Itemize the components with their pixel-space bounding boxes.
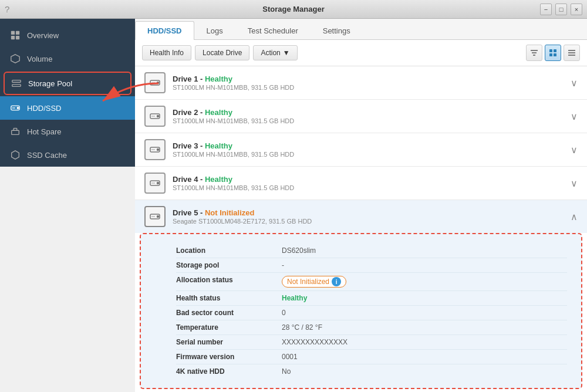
- tab-logs[interactable]: Logs: [194, 21, 235, 40]
- drive-row-3: Drive 3 - Healthy ST1000LM HN-M101MBB, 9…: [135, 133, 587, 167]
- svg-rect-10: [12, 130, 19, 134]
- detail-allocation-status: Allocation status Not Initialized i: [176, 273, 567, 291]
- sidebar-item-storage-pool[interactable]: Storage Pool: [4, 72, 131, 95]
- maximize-button[interactable]: □: [555, 4, 567, 15]
- detail-storage-pool: Storage pool -: [176, 258, 567, 273]
- sidebar-ssd-cache-label: SSD Cache: [27, 151, 67, 160]
- drive-1-chevron[interactable]: ∨: [571, 77, 578, 89]
- sidebar-overview-label: Overview: [27, 31, 59, 40]
- drive-4-icon: [144, 173, 166, 194]
- sidebar-volume-label: Volume: [27, 55, 52, 63]
- close-button[interactable]: ×: [571, 4, 582, 15]
- toolbar: Health Info Locate Drive Action ▼: [135, 40, 587, 66]
- drive-4-info: Drive 4 - Healthy ST1000LM HN-M101MBB, 9…: [173, 175, 564, 191]
- svg-rect-21: [554, 53, 556, 56]
- drive-2-icon: [144, 106, 166, 127]
- minimize-button[interactable]: −: [540, 4, 552, 15]
- svg-point-29: [157, 116, 159, 117]
- drive-2-chevron[interactable]: ∨: [571, 111, 578, 122]
- grid-view-button[interactable]: [545, 45, 561, 61]
- sidebar-item-overview[interactable]: Overview: [0, 23, 135, 47]
- locate-drive-button[interactable]: Locate Drive: [195, 45, 249, 60]
- health-info-button[interactable]: Health Info: [142, 45, 191, 60]
- drive-5-icon: [144, 206, 166, 227]
- drive-row-2: Drive 2 - Healthy ST1000LM HN-M101MBB, 9…: [135, 100, 587, 133]
- drive-row-4: Drive 4 - Healthy ST1000LM HN-M101MBB, 9…: [135, 167, 587, 200]
- svg-point-35: [157, 183, 159, 184]
- toolbar-right: [526, 45, 580, 61]
- drive-5-info: Drive 5 - Not Initialized Seagate ST1000…: [173, 208, 564, 225]
- drive-5-header[interactable]: Drive 5 - Not Initialized Seagate ST1000…: [135, 200, 587, 233]
- drive-row-5: Drive 5 - Not Initialized Seagate ST1000…: [135, 200, 587, 392]
- drive-4-chevron[interactable]: ∨: [571, 178, 578, 189]
- svg-point-32: [157, 149, 159, 151]
- sidebar-item-hdd-ssd[interactable]: HDD/SSD: [0, 96, 135, 120]
- svg-rect-18: [549, 49, 552, 52]
- drive-row-1: Drive 1 - Healthy ST1000LM HN-M101MBB, 9…: [135, 66, 587, 100]
- svg-rect-5: [12, 80, 21, 83]
- allocation-info-icon[interactable]: i: [332, 277, 341, 286]
- drive-list: Drive 1 - Healthy ST1000LM HN-M101MBB, 9…: [135, 66, 587, 392]
- drive-3-icon: [144, 139, 166, 160]
- svg-point-8: [17, 107, 19, 109]
- sidebar-hot-spare-label: Hot Spare: [27, 127, 62, 136]
- tab-test-scheduler[interactable]: Test Scheduler: [235, 21, 311, 40]
- detail-bad-sector: Bad sector count 0: [176, 306, 567, 320]
- drive-1-icon: [144, 72, 166, 93]
- sidebar-item-volume[interactable]: Volume: [0, 47, 135, 70]
- detail-4k-native: 4K native HDD No: [176, 364, 567, 379]
- svg-point-38: [157, 216, 159, 218]
- svg-rect-6: [12, 85, 21, 87]
- overview-icon: [9, 29, 21, 41]
- action-button[interactable]: Action ▼: [253, 45, 297, 60]
- sidebar-hdd-ssd-label: HDD/SSD: [27, 104, 62, 113]
- detail-temperature: Temperature 28 °C / 82 °F: [176, 320, 567, 335]
- detail-location: Location DS620slim: [176, 244, 567, 258]
- drive-5-chevron[interactable]: ∧: [571, 211, 578, 222]
- svg-point-26: [157, 82, 159, 84]
- sidebar-item-hot-spare[interactable]: Hot Spare: [0, 120, 135, 143]
- drive-2-info: Drive 2 - Healthy ST1000LM HN-M101MBB, 9…: [173, 108, 564, 124]
- list-view-button[interactable]: [564, 45, 580, 61]
- volume-icon: [9, 53, 21, 65]
- titlebar: ? Storage Manager − □ ×: [0, 0, 587, 19]
- main-content: HDD/SSD Logs Test Scheduler Settings Hea…: [135, 19, 587, 392]
- hdd-icon: [9, 102, 21, 114]
- drive-5-details: Location DS620slim Storage pool - Alloca…: [140, 233, 582, 389]
- detail-health-status: Health status Healthy: [176, 291, 567, 306]
- storage-pool-icon: [11, 77, 22, 89]
- sidebar: Overview Volume Storage Pool: [0, 19, 135, 167]
- window-controls: − □ ×: [540, 4, 582, 15]
- drive-3-header[interactable]: Drive 3 - Healthy ST1000LM HN-M101MBB, 9…: [135, 133, 587, 166]
- app-title: Storage Manager: [262, 5, 324, 13]
- allocation-badge: Not Initialized i: [282, 276, 346, 288]
- ssd-cache-icon: [9, 149, 21, 161]
- drive-1-info: Drive 1 - Healthy ST1000LM HN-M101MBB, 9…: [173, 75, 564, 91]
- tab-hdd-ssd[interactable]: HDD/SSD: [135, 21, 194, 40]
- sidebar-storage-pool-label: Storage Pool: [28, 79, 72, 88]
- drive-3-info: Drive 3 - Healthy ST1000LM HN-M101MBB, 9…: [173, 141, 564, 158]
- action-dropdown-icon: ▼: [283, 49, 290, 57]
- drive-2-header[interactable]: Drive 2 - Healthy ST1000LM HN-M101MBB, 9…: [135, 100, 587, 133]
- sidebar-item-ssd-cache[interactable]: SSD Cache: [0, 143, 135, 167]
- svg-rect-1: [16, 31, 19, 35]
- detail-serial: Serial number XXXXXXXXXXXXXX: [176, 335, 567, 350]
- detail-firmware: Firmware version 0001: [176, 350, 567, 364]
- svg-rect-0: [11, 31, 15, 35]
- drive-4-header[interactable]: Drive 4 - Healthy ST1000LM HN-M101MBB, 9…: [135, 167, 587, 200]
- svg-marker-4: [11, 55, 19, 63]
- filter-button[interactable]: [526, 45, 542, 61]
- svg-rect-3: [16, 36, 19, 39]
- svg-rect-20: [549, 53, 552, 56]
- svg-rect-19: [554, 49, 556, 52]
- help-icon[interactable]: ?: [5, 4, 9, 14]
- hot-spare-icon: [9, 126, 21, 137]
- drive-3-chevron[interactable]: ∨: [571, 144, 578, 156]
- svg-rect-2: [11, 36, 15, 39]
- drive-1-header[interactable]: Drive 1 - Healthy ST1000LM HN-M101MBB, 9…: [135, 66, 587, 99]
- tab-settings[interactable]: Settings: [311, 21, 363, 40]
- tab-bar: HDD/SSD Logs Test Scheduler Settings: [135, 19, 587, 40]
